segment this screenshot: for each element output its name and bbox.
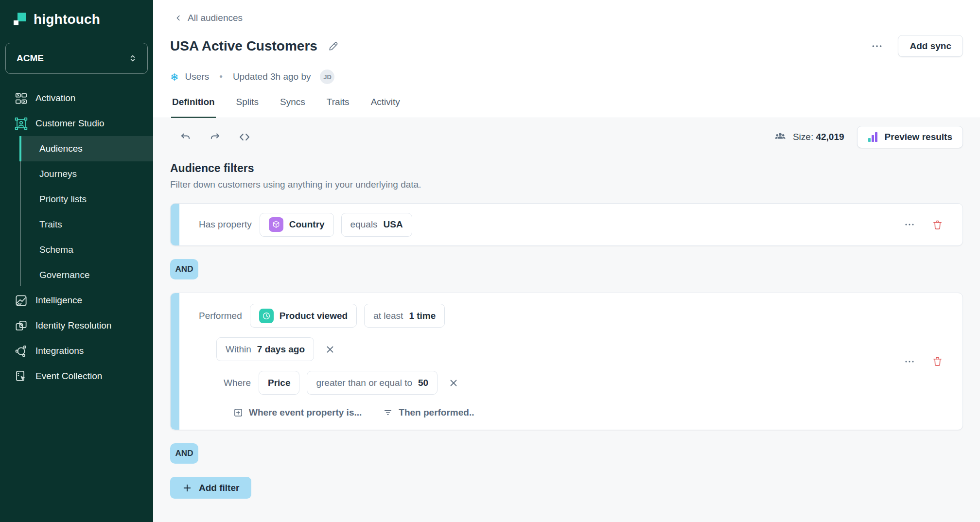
audience-meta: ❄ Users • Updated 3h ago by JD [170,70,963,84]
event-name: Product viewed [280,311,348,321]
close-icon[interactable] [448,378,459,388]
add-sync-button[interactable]: Add sync [898,35,963,57]
tabs-bar: Definition Splits Syncs Traits Activity [153,97,980,118]
bar-chart-icon [868,132,878,142]
sidebar-item-journeys[interactable]: Journeys [0,161,153,187]
filters-subheading: Filter down customers using anything in … [170,179,963,190]
breadcrumb[interactable]: All audiences [170,13,243,23]
audience-header: All audiences USA Active Customers Add s… [153,0,980,84]
sidebar: hightouch ACME Activation Customer Studi… [0,0,153,522]
customer-studio-subnav: Audiences Journeys Priority lists Traits… [0,136,153,288]
edit-title-icon[interactable] [328,41,339,52]
where-property: Price [268,378,290,388]
sidebar-item-label: Audiences [39,143,83,154]
workspace-name: ACME [17,53,44,64]
snowflake-icon: ❄ [170,72,179,82]
sidebar-item-label: Priority lists [39,194,87,205]
sidebar-item-schema[interactable]: Schema [0,237,153,262]
sidebar-item-label: Integrations [35,346,84,356]
intelligence-icon [15,294,28,307]
plus-icon [182,483,192,493]
sidebar-item-event-collection[interactable]: Event Collection [0,364,153,389]
preview-results-label: Preview results [885,132,952,142]
then-performed-label: Then performed.. [399,407,474,418]
audience-size: Size: 42,019 [774,131,844,143]
activation-icon [15,92,28,105]
definition-toolbar: Size: 42,019 Preview results [170,126,963,148]
size-label: Size: [793,132,813,142]
filter-accent-bar [171,204,179,245]
sidebar-item-label: Journeys [39,169,77,179]
sidebar-item-label: Intelligence [35,295,82,306]
sidebar-nav: Activation Customer Studio Audiences Jou… [0,86,153,389]
sidebar-item-activation[interactable]: Activation [0,86,153,111]
page-title: USA Active Customers [170,38,317,54]
sidebar-item-label: Customer Studio [35,118,105,129]
count-value: 1 time [409,311,436,321]
redo-icon[interactable] [209,131,221,143]
filter-more-button[interactable] [904,219,915,230]
filter-accent-bar [171,293,179,430]
breadcrumb-label: All audiences [188,13,243,23]
code-view-icon[interactable] [238,131,251,143]
workspace-selector[interactable]: ACME [5,43,148,74]
sidebar-item-customer-studio[interactable]: Customer Studio [0,111,153,136]
filter-more-button[interactable] [904,356,915,367]
and-connector[interactable]: AND [170,259,198,279]
event-pill[interactable]: Product viewed [250,304,357,328]
sidebar-item-label: Event Collection [35,371,102,382]
hightouch-logo: hightouch [0,12,153,27]
sidebar-item-integrations[interactable]: Integrations [0,338,153,364]
trash-icon[interactable] [932,219,943,230]
count-pill[interactable]: at least1 time [364,304,445,328]
group-icon [774,131,787,143]
customer-studio-icon [15,117,28,130]
property-pill[interactable]: Country [260,213,334,237]
where-value: 50 [418,378,428,388]
sidebar-item-governance[interactable]: Governance [0,262,153,288]
property-filter-card: Has property Country equalsUSA [170,203,963,246]
and-connector[interactable]: AND [170,443,198,464]
definition-content: Size: 42,019 Preview results Audience fi… [153,118,980,522]
add-event-property-button[interactable]: Where event property is... [233,407,362,418]
then-performed-button[interactable]: Then performed.. [383,407,474,418]
performed-label: Performed [199,311,242,321]
undo-icon[interactable] [180,131,192,143]
updated-text: Updated 3h ago by [233,71,311,82]
preview-results-button[interactable]: Preview results [857,126,963,148]
where-operator-pill[interactable]: greater than or equal to50 [307,371,438,395]
add-event-property-label: Where event property is... [249,407,362,418]
main-panel: All audiences USA Active Customers Add s… [153,0,980,522]
sidebar-item-label: Identity Resolution [35,320,111,331]
has-property-label: Has property [199,219,252,230]
tab-splits[interactable]: Splits [235,97,260,118]
identity-resolution-icon [15,319,28,332]
integrations-icon [15,345,28,358]
sidebar-item-intelligence[interactable]: Intelligence [0,288,153,313]
where-property-pill[interactable]: Price [259,371,299,395]
avatar: JD [320,70,334,84]
trash-icon[interactable] [932,356,943,367]
sidebar-item-audiences[interactable]: Audiences [0,136,153,161]
tab-traits[interactable]: Traits [326,97,350,118]
where-label: Where [224,378,251,388]
tab-activity[interactable]: Activity [370,97,401,118]
tab-definition[interactable]: Definition [171,97,216,118]
time-window-pill[interactable]: Within7 days ago [216,337,314,361]
filters-heading: Audience filters [170,162,963,175]
hightouch-logo-icon [13,12,27,27]
more-actions-button[interactable] [871,40,883,52]
sidebar-item-identity-resolution[interactable]: Identity Resolution [0,313,153,338]
tab-syncs[interactable]: Syncs [279,97,306,118]
condition-pill[interactable]: equalsUSA [341,213,412,237]
source-model-label[interactable]: Users [185,71,210,82]
sidebar-item-priority-lists[interactable]: Priority lists [0,187,153,212]
where-operator: greater than or equal to [316,378,412,388]
close-icon[interactable] [325,344,335,355]
sidebar-item-traits[interactable]: Traits [0,212,153,237]
operator-label: equals [350,219,378,230]
hightouch-logo-text: hightouch [34,12,100,27]
chevron-up-down-icon [128,53,138,63]
add-filter-button[interactable]: Add filter [170,477,251,499]
sidebar-item-label: Schema [39,244,73,255]
